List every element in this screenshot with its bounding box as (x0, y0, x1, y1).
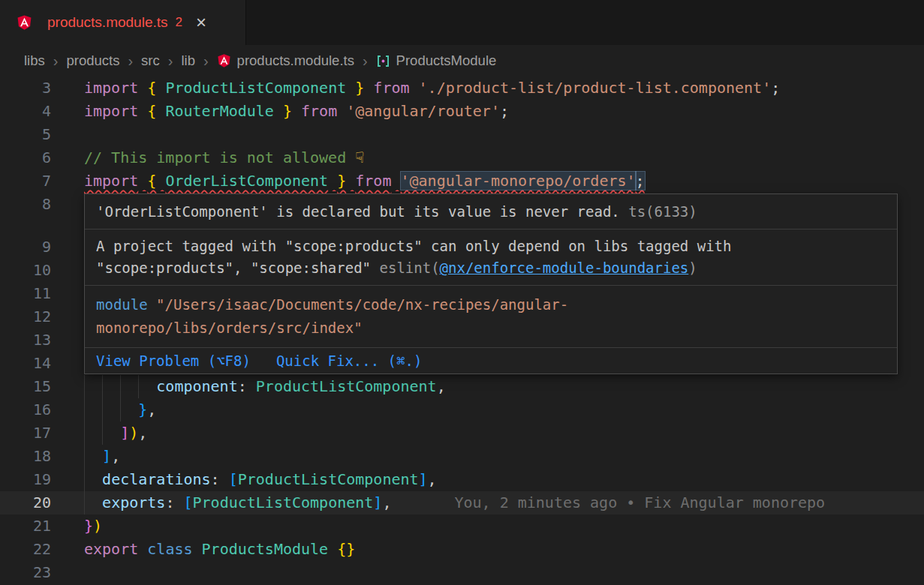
view-problem-button[interactable]: View Problem (⌥F8) (96, 350, 251, 371)
code-token (328, 172, 337, 190)
code-line-19[interactable]: 19 declarations: [ProductListComponent], (0, 468, 924, 491)
line-number: 19 (0, 468, 51, 491)
code-line-17[interactable]: 17 ]), (0, 422, 924, 445)
code-token: } (138, 400, 147, 418)
eslint-rule-link[interactable]: @nx/enforce-module-boundaries (440, 260, 689, 276)
code-token: from (355, 172, 391, 190)
code-token: ☟ (355, 148, 364, 166)
breadcrumb-item-libs[interactable]: libs (24, 52, 45, 69)
code-line-22[interactable]: 22export class ProductsModule {} (0, 538, 924, 561)
indent-guide-icon (120, 398, 121, 422)
breadcrumb-item-symbol[interactable]: ProductsModule (396, 52, 497, 69)
breadcrumb-item-file[interactable]: products.module.ts (237, 52, 354, 69)
tab-filename: products.module.ts (47, 14, 168, 31)
code-token: OrderListComponent (165, 172, 328, 190)
code-token (346, 172, 355, 190)
code-token (84, 400, 138, 418)
code-token: ; (771, 79, 780, 97)
code-token: ] (373, 494, 382, 512)
code-token (292, 102, 301, 120)
code-content: exports: [ProductListComponent],You, 2 m… (84, 491, 825, 514)
code-token (84, 470, 102, 488)
code-line-3[interactable]: 3import { ProductListComponent } from '.… (0, 76, 924, 100)
line-number: 7 (0, 170, 51, 193)
code-line-16[interactable]: 16 }, (0, 398, 924, 422)
code-token: import (84, 79, 138, 97)
code-line-6[interactable]: 6// This import is not allowed ☟ (0, 146, 924, 170)
code-token: , (147, 400, 156, 418)
code-token: } (337, 172, 346, 190)
code-line-23[interactable]: 23 (0, 561, 924, 584)
code-token (364, 79, 373, 97)
quick-fix-button[interactable]: Quick Fix... (⌘.) (276, 350, 422, 371)
code-line-20[interactable]: 20 exports: [ProductListComponent],You, … (0, 491, 924, 514)
code-content: import { OrderListComponent } from '@ang… (84, 170, 645, 193)
code-line-21[interactable]: 21}) (0, 514, 924, 538)
line-number: 18 (0, 445, 51, 468)
code-content: // This import is not allowed ☟ (84, 146, 364, 170)
module-keyword: module (96, 296, 148, 313)
module-path-line2: monorepo/libs/orders/src/index" (96, 320, 363, 336)
module-path-line1: "/Users/isaac/Documents/code/nx-recipes/… (156, 296, 568, 313)
code-token: import (84, 102, 138, 120)
indent-guide-icon (84, 375, 85, 398)
code-line-5[interactable]: 5 (0, 123, 924, 146)
code-token: [ (229, 470, 238, 488)
code-token: , (437, 377, 446, 395)
eslint-source: eslint( (380, 260, 440, 276)
line-number: 3 (0, 76, 51, 100)
line-number: 15 (0, 375, 51, 398)
code-token (328, 540, 337, 558)
close-icon[interactable]: × (196, 14, 206, 32)
line-number: 21 (0, 514, 51, 538)
breadcrumb-item-src[interactable]: src (141, 52, 160, 69)
tab-problems-badge: 2 (176, 15, 182, 30)
indent-guide-icon (84, 468, 85, 491)
eslint-text-line1: A project tagged with "scope:products" c… (96, 238, 731, 254)
ts-diagnostic-message: 'OrderListComponent' is declared but its… (85, 194, 897, 229)
code-token: '@angular/router' (346, 102, 500, 120)
angular-icon (217, 53, 231, 68)
code-token: import (84, 172, 138, 190)
eslint-diagnostic-message: A project tagged with "scope:products" c… (85, 229, 897, 285)
code-token: [ (183, 494, 192, 512)
code-token: ProductListComponent (256, 377, 437, 395)
code-token: ; (500, 102, 509, 120)
code-token (138, 172, 147, 190)
code-line-18[interactable]: 18 ], (0, 445, 924, 468)
angular-icon (17, 14, 32, 31)
code-token (84, 447, 102, 465)
line-number: 8 (0, 193, 51, 216)
code-line-7[interactable]: 7import { OrderListComponent } from '@an… (0, 170, 924, 193)
line-number: 22 (0, 538, 51, 561)
chevron-right-icon: › (203, 52, 209, 70)
code-line-4[interactable]: 4import { RouterModule } from '@angular/… (0, 100, 924, 123)
line-number: 13 (0, 328, 51, 352)
code-token: component (156, 377, 237, 395)
tab-products-module[interactable]: products.module.ts 2 × (0, 0, 246, 45)
code-token: } (84, 517, 93, 535)
code-token: , (111, 447, 120, 465)
code-token: class (147, 540, 192, 558)
code-content: }, (84, 398, 156, 422)
module-icon (376, 54, 390, 68)
code-token: './product-list/product-list.component' (419, 79, 772, 97)
eslint-source-close: ) (688, 260, 697, 276)
chevron-right-icon: › (168, 52, 173, 70)
code-token (138, 102, 147, 120)
line-number: 11 (0, 282, 51, 305)
code-token: } (283, 102, 292, 120)
code-line-15[interactable]: 15 component: ProductListComponent, (0, 375, 924, 398)
breadcrumb-item-lib[interactable]: lib (181, 52, 195, 69)
code-token: export (84, 540, 138, 558)
code-token: ProductsModule (202, 540, 329, 558)
code-content: component: ProductListComponent, (84, 375, 446, 398)
code-token: ] (120, 424, 129, 442)
indent-guide-icon (138, 375, 139, 398)
chevron-right-icon: › (363, 52, 368, 70)
code-editor[interactable]: 3import { ProductListComponent } from '.… (0, 76, 924, 585)
indent-guide-icon (120, 375, 121, 398)
code-token: declarations (102, 470, 211, 488)
indent-guide-icon (102, 375, 103, 398)
breadcrumb-item-products[interactable]: products (66, 52, 119, 69)
